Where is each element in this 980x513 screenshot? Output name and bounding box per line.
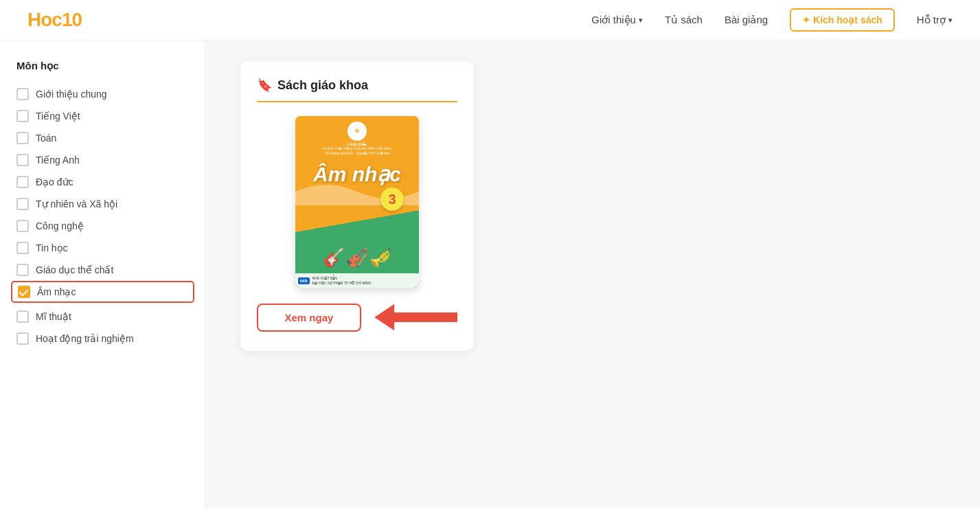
label-am-nhac: Âm nhạc [37, 286, 76, 297]
filter-gioi-thieu-chung[interactable]: Giới thiệu chung [16, 83, 189, 105]
logo-10: 10 [62, 9, 82, 30]
main-content: 🔖 Sách giáo khoa ✿ [206, 41, 980, 509]
label-gioi-thieu-chung: Giới thiệu chung [36, 89, 107, 100]
sidebar: Môn học Giới thiệu chung Tiếng Việt Toán… [0, 41, 206, 509]
book-title: Âm nhạc [295, 163, 419, 185]
label-tieng-anh: Tiếng Anh [36, 155, 80, 166]
nav-ho-tro[interactable]: Hỗ trợ ▾ [917, 14, 953, 26]
filter-tieng-anh[interactable]: Tiếng Anh [16, 149, 189, 171]
chevron-down-icon: ▾ [639, 16, 643, 25]
checkbox-tieng-viet[interactable] [16, 110, 29, 122]
checkbox-hoat-dong-trai-nghiem[interactable] [16, 332, 29, 345]
filter-cong-nghe[interactable]: Công nghệ [16, 215, 189, 237]
checkbox-cong-nghe[interactable] [16, 220, 29, 232]
checkbox-mi-thuat[interactable] [16, 310, 29, 323]
filter-giao-duc-the-chat[interactable]: Giáo dục thể chất [16, 259, 189, 281]
header: Hoc10 Giới thiệu ▾ Tủ sách Bài giảng ✦ K… [0, 0, 980, 41]
checkbox-dao-duc[interactable] [16, 176, 29, 188]
publisher-bar: NXB NHÀ XUẤT BẢNĐẠI HỌC SƯ PHẠM TP HỒ CH… [295, 273, 419, 288]
nav-bai-giang[interactable]: Bài giảng [725, 14, 768, 26]
svg-marker-0 [375, 305, 457, 330]
checkbox-tin-hoc[interactable] [16, 242, 29, 254]
checkbox-am-nhac[interactable] [18, 286, 30, 298]
filter-tieng-viet[interactable]: Tiếng Việt [16, 105, 189, 127]
logo-hoc: Hoc [27, 9, 62, 30]
filter-am-nhac[interactable]: Âm nhạc [11, 281, 194, 303]
label-tin-hoc: Tin học [36, 242, 68, 253]
child-illustration-1: 🎸 [323, 247, 345, 269]
label-tieng-viet: Tiếng Việt [36, 111, 80, 122]
book-card: 🔖 Sách giáo khoa ✿ [240, 61, 474, 351]
child-illustration-3: 🎺 [369, 247, 391, 269]
chevron-down-icon: ▾ [948, 16, 953, 25]
book-grade-badge: 3 [380, 187, 404, 211]
filter-tu-nhien-xa-hoi[interactable]: Tự nhiên và Xã hội [16, 193, 189, 215]
nav-tu-sach[interactable]: Tủ sách [665, 14, 703, 26]
xem-ngay-button[interactable]: Xem ngay [257, 304, 361, 332]
sidebar-title: Môn học [16, 60, 189, 72]
checkbox-gioi-thieu-chung[interactable] [16, 88, 29, 100]
label-hoat-dong-trai-nghiem: Hoạt động trải nghiệm [36, 333, 134, 344]
book-section-title: 🔖 Sách giáo khoa [257, 78, 457, 93]
filter-toan[interactable]: Toán [16, 127, 189, 149]
filter-tin-hoc[interactable]: Tin học [16, 237, 189, 259]
label-toan: Toán [36, 133, 56, 144]
logo[interactable]: Hoc10 [27, 9, 82, 31]
main-layout: Môn học Giới thiệu chung Tiếng Việt Toán… [0, 41, 980, 509]
checkbox-tieng-anh[interactable] [16, 154, 29, 166]
label-cong-nghe: Công nghệ [36, 220, 84, 231]
main-nav: Giới thiệu ▾ Tủ sách Bài giảng ✦ Kích ho… [591, 8, 953, 32]
child-illustration-2: 🎻 [346, 247, 368, 269]
red-arrow-annotation [375, 300, 457, 334]
label-tu-nhien-xa-hoi: Tự nhiên và Xã hội [36, 198, 117, 209]
checkbox-toan[interactable] [16, 132, 29, 144]
label-mi-thuat: Mĩ thuật [36, 311, 71, 322]
nav-gioi-thieu[interactable]: Giới thiệu ▾ [591, 14, 643, 26]
action-row: Xem ngay [257, 300, 457, 334]
nav-kich-hoat-button[interactable]: ✦ Kích hoạt sách [790, 8, 895, 32]
section-divider [257, 101, 457, 102]
filter-dao-duc[interactable]: Đạo đức [16, 171, 189, 193]
filter-mi-thuat[interactable]: Mĩ thuật [16, 306, 189, 328]
filter-hoat-dong-trai-nghiem[interactable]: Hoạt động trải nghiệm [16, 328, 189, 350]
checkbox-giao-duc-the-chat[interactable] [16, 264, 29, 276]
label-giao-duc-the-chat: Giáo dục thể chất [36, 264, 113, 275]
label-dao-duc: Đạo đức [36, 176, 73, 187]
bookmark-icon: 🔖 [257, 78, 272, 93]
checkbox-tu-nhien-xa-hoi[interactable] [16, 198, 29, 210]
